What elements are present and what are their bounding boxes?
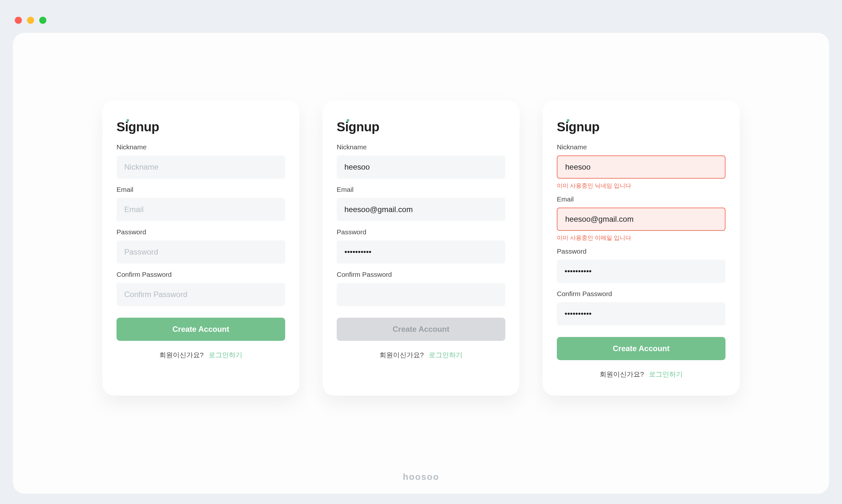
- signup-variants-row: Signup Nickname Email Password Confirm P…: [102, 101, 740, 396]
- login-prompt-text: 회원이신가요?: [379, 351, 424, 359]
- window-close-icon[interactable]: [15, 17, 22, 24]
- nickname-field: Nickname 이미 사용중인 닉네임 입니다: [557, 143, 725, 190]
- confirm-password-label: Confirm Password: [117, 271, 285, 278]
- email-label: Email: [557, 195, 725, 203]
- nickname-label: Nickname: [557, 143, 725, 151]
- card-title: Signup: [117, 120, 159, 134]
- login-prompt-text: 회원이신가요?: [599, 371, 644, 378]
- login-link[interactable]: 로그인하기: [429, 351, 463, 359]
- login-link[interactable]: 로그인하기: [209, 351, 243, 359]
- password-field: Password: [117, 228, 285, 264]
- email-field: Email: [117, 186, 285, 221]
- brand-logo: hoosoo: [402, 472, 439, 482]
- nickname-field: Nickname: [117, 143, 285, 179]
- login-prompt-text: 회원이신가요?: [159, 351, 204, 359]
- nickname-input[interactable]: [337, 156, 505, 179]
- password-input[interactable]: [557, 260, 725, 283]
- password-field: Password: [337, 228, 505, 264]
- signup-card-error: Signup Nickname 이미 사용중인 닉네임 입니다 Email 이미…: [543, 101, 740, 396]
- brand-text: hoosoo: [402, 472, 439, 482]
- window-zoom-icon[interactable]: [39, 17, 46, 24]
- signup-card-filled: Signup Nickname Email Password Confirm P…: [323, 101, 519, 396]
- login-prompt-row: 회원이신가요? 로그인하기: [117, 350, 285, 360]
- title-accent-dot-icon: [126, 119, 129, 122]
- password-label: Password: [557, 248, 725, 255]
- create-account-button[interactable]: Create Account: [117, 318, 285, 341]
- password-input[interactable]: [117, 240, 285, 264]
- email-field: Email 이미 사용중인 이메일 입니다: [557, 194, 725, 242]
- title-accent-dot-icon: [567, 119, 569, 122]
- confirm-password-field: Confirm Password: [337, 271, 505, 306]
- signup-card-empty: Signup Nickname Email Password Confirm P…: [102, 101, 299, 396]
- nickname-input[interactable]: [557, 156, 725, 179]
- confirm-password-label: Confirm Password: [557, 290, 725, 298]
- page-surface: Signup Nickname Email Password Confirm P…: [13, 33, 829, 494]
- confirm-password-input[interactable]: [337, 283, 505, 306]
- confirm-password-label: Confirm Password: [337, 271, 505, 278]
- card-title-text: Signup: [557, 120, 599, 134]
- confirm-password-field: Confirm Password: [117, 271, 285, 306]
- email-input[interactable]: [557, 208, 725, 231]
- title-accent-dot-icon: [347, 119, 349, 122]
- login-prompt-row: 회원이신가요? 로그인하기: [337, 350, 505, 360]
- email-error-text: 이미 사용중인 이메일 입니다: [557, 234, 725, 242]
- email-label: Email: [337, 186, 505, 194]
- nickname-label: Nickname: [337, 143, 505, 151]
- password-label: Password: [117, 228, 285, 236]
- email-input[interactable]: [117, 198, 285, 221]
- login-link[interactable]: 로그인하기: [649, 371, 683, 378]
- confirm-password-input[interactable]: [557, 302, 725, 325]
- window-minimize-icon[interactable]: [27, 17, 34, 24]
- email-field: Email: [337, 186, 505, 221]
- window-traffic-lights: [15, 17, 46, 24]
- confirm-password-input[interactable]: [117, 283, 285, 306]
- card-title-text: Signup: [337, 120, 379, 134]
- email-label: Email: [117, 186, 285, 194]
- nickname-error-text: 이미 사용중인 닉네임 입니다: [557, 182, 725, 190]
- create-account-button[interactable]: Create Account: [557, 337, 725, 360]
- card-title-text: Signup: [117, 120, 159, 134]
- card-title: Signup: [337, 120, 379, 134]
- password-field: Password: [557, 246, 725, 283]
- nickname-label: Nickname: [117, 143, 285, 151]
- nickname-field: Nickname: [337, 143, 505, 179]
- password-label: Password: [337, 228, 505, 236]
- nickname-input[interactable]: [117, 156, 285, 179]
- confirm-password-field: Confirm Password: [557, 290, 725, 325]
- email-input[interactable]: [337, 198, 505, 221]
- create-account-button: Create Account: [337, 318, 505, 341]
- login-prompt-row: 회원이신가요? 로그인하기: [557, 370, 725, 379]
- password-input[interactable]: [337, 240, 505, 264]
- card-title: Signup: [557, 120, 599, 134]
